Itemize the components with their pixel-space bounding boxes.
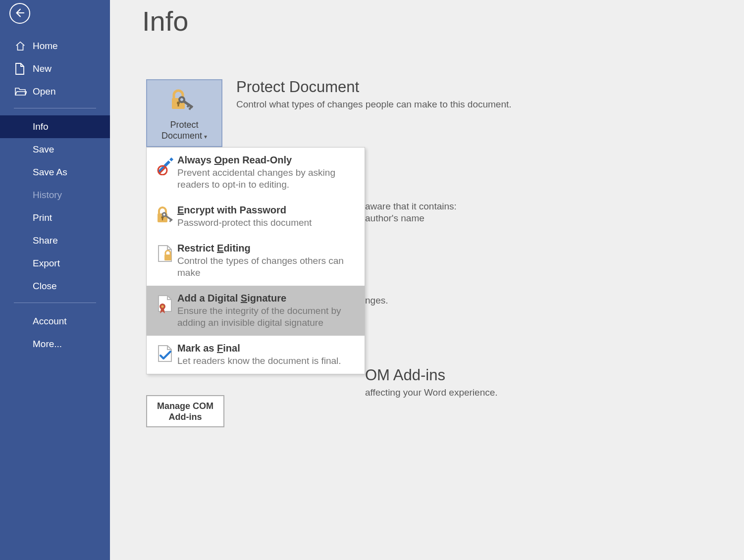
restrict-icon [154, 243, 177, 263]
home-icon [15, 41, 28, 51]
sign-icon [154, 293, 177, 313]
dropdown-item-restrict[interactable]: Restrict EditingControl the types of cha… [147, 236, 365, 286]
inspect-section-line1: aware that it contains: [365, 201, 457, 212]
dropdown-item-title: Add a Digital Signature [177, 293, 358, 304]
sidebar-item-info[interactable]: Info [0, 115, 110, 138]
final-icon [154, 343, 177, 363]
new-doc-icon [15, 63, 28, 75]
com-section-body: affecting your Word experience. [365, 387, 498, 398]
dropdown-item-desc: Ensure the integrity of the document by … [177, 305, 358, 329]
sidebar-item-new[interactable]: New [0, 57, 110, 80]
sidebar-item-label: Account [33, 316, 67, 327]
sidebar-item-share[interactable]: Share [0, 229, 110, 252]
dropdown-item-title: Always Open Read-Only [177, 154, 358, 166]
sidebar-item-label: Open [33, 86, 55, 97]
sidebar-item-open[interactable]: Open [0, 80, 110, 103]
lock-key-icon [147, 89, 221, 111]
sidebar-item-home[interactable]: Home [0, 35, 110, 57]
svg-rect-17 [164, 255, 171, 260]
encrypt-icon [154, 204, 177, 225]
protect-document-button[interactable]: ProtectDocument▾ [146, 79, 222, 147]
open-folder-icon [15, 87, 28, 97]
sidebar-item-account[interactable]: Account [0, 310, 110, 333]
svg-rect-2 [178, 103, 179, 106]
sidebar-item-print[interactable]: Print [0, 206, 110, 229]
dropdown-item-title: Mark as Final [177, 343, 358, 354]
sidebar-divider [14, 108, 96, 108]
chevron-down-icon: ▾ [204, 133, 207, 140]
sidebar-item-label: Export [33, 258, 60, 269]
sidebar-item-label: Close [33, 281, 57, 292]
protect-section-heading: Protect Document [236, 78, 512, 96]
sidebar-item-history: History [0, 184, 110, 206]
sidebar-item-close[interactable]: Close [0, 275, 110, 298]
protect-document-dropdown: Always Open Read-OnlyPrevent accidental … [146, 147, 365, 374]
dropdown-item-sign[interactable]: Add a Digital SignatureEnsure the integr… [147, 286, 365, 336]
sidebar-item-more-[interactable]: More... [0, 333, 110, 356]
dropdown-item-title: Encrypt with Password [177, 204, 358, 216]
protect-button-label: ProtectDocument [161, 120, 202, 141]
sidebar-item-save[interactable]: Save [0, 138, 110, 161]
svg-rect-12 [162, 217, 163, 220]
manage-com-label: Manage COMAdd-ins [157, 401, 213, 422]
readonly-icon [154, 154, 177, 175]
dropdown-item-desc: Let readers know the document is final. [177, 355, 358, 367]
back-button[interactable] [9, 3, 30, 24]
sidebar-item-label: More... [33, 339, 62, 350]
backstage-sidebar: Home New Open InfoSaveSave AsHistoryPrin… [0, 0, 110, 560]
dropdown-item-title: Restrict Editing [177, 243, 358, 254]
dropdown-item-final[interactable]: Mark as FinalLet readers know the docume… [147, 336, 365, 374]
sidebar-item-save-as[interactable]: Save As [0, 161, 110, 184]
sidebar-item-label: History [33, 190, 62, 201]
sidebar-item-label: Save [33, 144, 54, 155]
page-title: Info [142, 5, 188, 37]
backstage-main: Info ProtectDocument▾ Protect [110, 0, 744, 560]
dropdown-item-desc: Password-protect this document [177, 217, 358, 229]
manage-com-addins-button[interactable]: Manage COMAdd-ins [146, 395, 224, 427]
sidebar-divider [14, 303, 96, 303]
com-section-heading: OM Add-ins [365, 366, 498, 384]
manage-section-body: nges. [365, 295, 388, 306]
sidebar-item-label: New [33, 63, 52, 74]
arrow-left-icon [14, 7, 25, 18]
sidebar-item-label: Info [33, 121, 49, 132]
dropdown-item-desc: Prevent accidental changes by asking rea… [177, 167, 358, 191]
svg-point-19 [161, 305, 164, 308]
protect-section-body: Control what types of changes people can… [236, 99, 512, 110]
inspect-section-line2: author's name [365, 213, 457, 224]
dropdown-item-readonly[interactable]: Always Open Read-OnlyPrevent accidental … [147, 148, 365, 198]
dropdown-item-desc: Control the types of changes others can … [177, 255, 358, 279]
dropdown-item-encrypt[interactable]: Encrypt with PasswordPassword-protect th… [147, 198, 365, 236]
sidebar-item-label: Save As [33, 167, 67, 178]
sidebar-item-export[interactable]: Export [0, 252, 110, 275]
sidebar-item-label: Print [33, 212, 52, 223]
sidebar-item-label: Home [33, 41, 58, 51]
sidebar-item-label: Share [33, 235, 58, 246]
